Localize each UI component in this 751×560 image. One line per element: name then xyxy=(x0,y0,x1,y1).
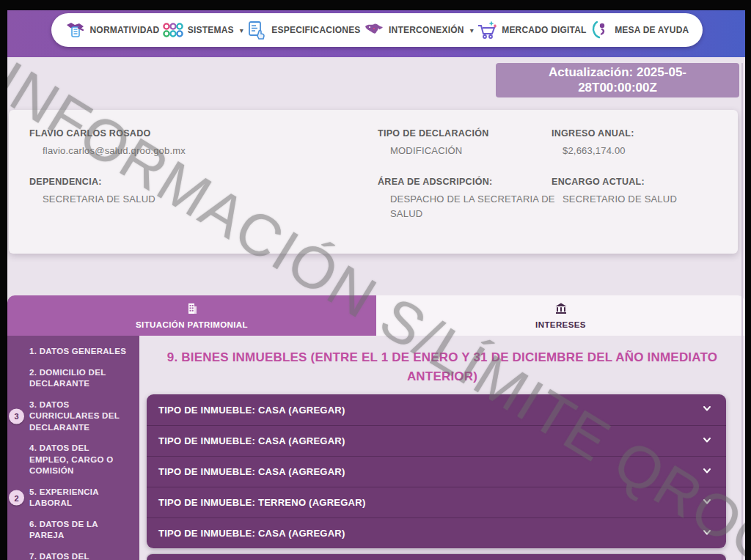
nav-item-label: ESPECIFICACIONES xyxy=(271,25,360,35)
declarant-card: FLAVIO CARLOS ROSADO flavio.carlos@salud… xyxy=(9,110,738,254)
section-tabs: SITUACIÓN PATRIMONIAL INTERESES xyxy=(7,295,745,336)
mexico-scroll-icon xyxy=(65,20,86,40)
accordion-group: TIPO DE INMUEBLE: CASA (AGREGAR) TIPO DE… xyxy=(147,394,726,548)
sidebar-item-dependiente-economico[interactable]: 7. DATOS DEL DEPENDIENTE ECONÓMICO xyxy=(7,551,139,560)
area-adscripcion-label: ÁREA DE ADSCRIPCIÓN: xyxy=(378,177,492,187)
chevron-down-icon xyxy=(701,434,713,449)
form-steps-sidebar: 1. DATOS GENERALES 2. DOMICILIO DEL DECL… xyxy=(7,336,139,560)
nav-item-mesa-de-ayuda[interactable]: MESA DE AYUDA xyxy=(590,20,689,40)
sidebar-item-datos-curriculares[interactable]: 3 3. DATOS CURRICULARES DEL DECLARANTE xyxy=(7,399,139,434)
tab-situacion-patrimonial[interactable]: SITUACIÓN PATRIMONIAL xyxy=(7,295,376,336)
accordion-tipo-inmueble-1[interactable]: TIPO DE INMUEBLE: CASA (AGREGAR) xyxy=(147,394,726,425)
ingreso-anual-value: $2,663,174.00 xyxy=(563,145,626,156)
nav-item-interconexion[interactable]: INTERCONEXIÓN ▾ xyxy=(364,20,474,40)
nav-item-label: MESA DE AYUDA xyxy=(615,25,689,35)
nav-item-normatividad[interactable]: NORMATIVIDAD xyxy=(65,20,160,40)
dependencia-label: DEPENDENCIA: xyxy=(29,177,102,187)
main-nav: NORMATIVIDAD SISTEMAS ▾ ESPECIFICACIONES xyxy=(51,13,703,47)
encargo-actual-value: SECRETARIO DE SALUD xyxy=(563,194,677,205)
mexico-map-icon xyxy=(364,20,384,40)
chevron-down-icon xyxy=(701,495,713,510)
chevron-down-icon xyxy=(701,526,713,541)
chevron-down-icon: ▾ xyxy=(470,26,474,34)
dependencia-value: SECRETARIA DE SALUD xyxy=(43,194,155,205)
step-count-badge: 2 xyxy=(9,490,24,506)
header-band: NORMATIVIDAD SISTEMAS ▾ ESPECIFICACIONES xyxy=(7,10,745,57)
sidebar-item-domicilio[interactable]: 2. DOMICILIO DEL DECLARANTE xyxy=(7,367,139,390)
accordion-tipo-inmueble-2[interactable]: TIPO DE INMUEBLE: CASA (AGREGAR) xyxy=(147,425,726,456)
sidebar-item-experiencia-laboral[interactable]: 2 5. EXPERIENCIA LABORAL xyxy=(7,487,139,509)
area-adscripcion-value: DESPACHO DE LA SECRETARIA DE SALUD xyxy=(390,192,560,221)
ingreso-anual-label: INGRESO ANUAL: xyxy=(552,128,634,139)
chevron-down-icon xyxy=(701,465,713,479)
tab-label: INTERESES xyxy=(535,320,586,329)
sidebar-item-datos-empleo[interactable]: 4. DATOS DEL EMPLEO, CARGO O COMISIÓN xyxy=(7,443,139,477)
encargo-actual-label: ENCARGO ACTUAL: xyxy=(552,177,645,187)
tipo-declaracion-value: MODIFICACIÓN xyxy=(390,145,462,156)
scrollbar-track[interactable] xyxy=(741,63,743,560)
app-page: NORMATIVIDAD SISTEMAS ▾ ESPECIFICACIONES xyxy=(7,10,745,560)
nav-item-label: MERCADO DIGITAL xyxy=(502,25,586,35)
shopping-cart-icon xyxy=(477,20,497,40)
declarant-email: flavio.carlos@salud.qroo.gob.mx xyxy=(43,145,186,156)
declarant-name: FLAVIO CARLOS ROSADO xyxy=(29,128,151,139)
update-badge: Actualización: 2025-05-28T00:00:00Z xyxy=(496,63,739,97)
nav-item-label: INTERCONEXIÓN xyxy=(389,25,464,35)
step-count-badge: 3 xyxy=(9,408,24,424)
nav-item-label: SISTEMAS xyxy=(188,25,234,35)
nav-item-label: NORMATIVIDAD xyxy=(90,25,160,35)
building-icon xyxy=(186,302,199,318)
chevron-down-icon xyxy=(701,402,713,417)
accordion-tipo-inmueble-5[interactable]: TIPO DE INMUEBLE: CASA (AGREGAR) xyxy=(147,517,726,548)
bank-icon xyxy=(554,302,568,318)
headset-icon xyxy=(590,20,610,40)
sidebar-item-datos-pareja[interactable]: 6. DATOS DE LA PAREJA xyxy=(7,519,139,542)
section-title: 9. BIENES INMUEBLES (ENTRE EL 1 DE ENERO… xyxy=(139,348,745,387)
tab-label: SITUACIÓN PATRIMONIAL xyxy=(136,320,248,329)
tipo-declaracion-label: TIPO DE DECLARACIÓN xyxy=(378,128,489,139)
nav-item-mercado-digital[interactable]: MERCADO DIGITAL xyxy=(477,20,586,40)
chevron-down-icon: ▾ xyxy=(240,26,243,34)
document-hand-icon xyxy=(246,20,267,40)
accordion-tipo-inmueble-4[interactable]: TIPO DE INMUEBLE: TERRENO (AGREGAR) xyxy=(147,487,726,517)
accordion-tipo-inmueble-3[interactable]: TIPO DE INMUEBLE: CASA (AGREGAR) xyxy=(147,456,726,487)
tab-intereses[interactable]: INTERESES xyxy=(376,295,745,336)
accordion-next-group[interactable] xyxy=(147,554,726,560)
nav-item-especificaciones[interactable]: ESPECIFICACIONES xyxy=(246,20,360,40)
sidebar-item-datos-generales[interactable]: 1. DATOS GENERALES xyxy=(7,346,139,358)
circles-grid-icon xyxy=(163,20,183,40)
nav-item-sistemas[interactable]: SISTEMAS ▾ xyxy=(163,20,243,40)
